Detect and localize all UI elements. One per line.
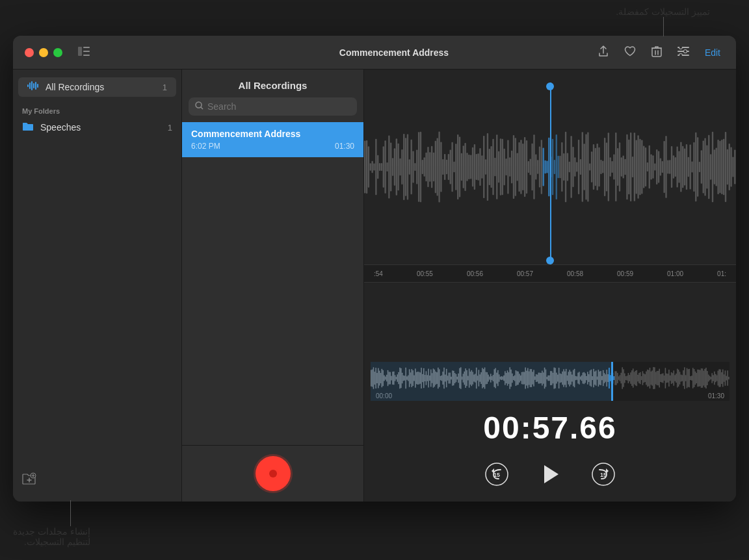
sidebar-item-speeches[interactable]: Speeches 1 <box>13 118 181 137</box>
svg-rect-203 <box>690 144 691 189</box>
svg-rect-156 <box>602 160 603 173</box>
svg-rect-490 <box>684 367 685 388</box>
skip-back-button[interactable]: 15 <box>484 461 510 487</box>
playback-controls: 15 15 <box>364 452 736 502</box>
svg-rect-466 <box>655 372 657 384</box>
ruler-label-2: 00:56 <box>467 270 483 277</box>
options-button[interactable] <box>675 44 692 61</box>
svg-rect-112 <box>520 140 521 194</box>
svg-rect-450 <box>636 370 637 387</box>
svg-rect-494 <box>689 369 690 387</box>
ruler-label-5: 00:59 <box>617 270 633 277</box>
svg-rect-190 <box>665 136 666 197</box>
svg-rect-189 <box>663 141 664 193</box>
svg-rect-448 <box>634 372 635 384</box>
svg-rect-91 <box>481 155 482 179</box>
svg-rect-13 <box>27 84 29 87</box>
svg-rect-438 <box>622 367 623 389</box>
sidebar-item-all-recordings[interactable]: All Recordings 1 <box>18 77 176 97</box>
search-input[interactable] <box>207 101 350 112</box>
recording-time: 6:02 PM <box>191 142 220 151</box>
svg-point-27 <box>269 470 277 477</box>
svg-rect-14 <box>29 83 31 89</box>
delete-button[interactable] <box>649 43 664 62</box>
svg-rect-485 <box>678 370 679 387</box>
svg-rect-500 <box>696 373 697 383</box>
play-button[interactable] <box>536 460 564 489</box>
svg-rect-161 <box>611 161 612 173</box>
svg-rect-70 <box>442 159 443 175</box>
svg-rect-73 <box>448 154 449 180</box>
svg-rect-194 <box>673 155 674 179</box>
svg-rect-214 <box>710 154 711 179</box>
waveform-main: // This will be rendered via inline gene… <box>364 70 736 359</box>
svg-rect-446 <box>631 370 633 386</box>
svg-rect-182 <box>650 155 651 180</box>
svg-rect-150 <box>591 151 592 183</box>
svg-rect-102 <box>502 139 503 196</box>
svg-rect-213 <box>708 135 709 199</box>
svg-rect-43 <box>392 158 393 175</box>
recording-list-item[interactable]: Commencement Address 6:02 PM 01:30 <box>182 122 363 157</box>
svg-rect-96 <box>490 146 492 188</box>
svg-line-25 <box>201 107 204 110</box>
detail-panel: // This will be rendered via inline gene… <box>364 70 736 502</box>
svg-rect-441 <box>625 376 627 380</box>
svg-rect-125 <box>544 160 545 174</box>
svg-rect-477 <box>668 370 670 387</box>
minimize-button[interactable] <box>39 48 48 57</box>
svg-rect-80 <box>461 153 462 181</box>
svg-rect-3 <box>83 55 90 56</box>
maximize-button[interactable] <box>53 48 62 57</box>
svg-rect-151 <box>593 144 594 190</box>
svg-rect-197 <box>678 151 679 183</box>
svg-rect-157 <box>604 138 605 196</box>
svg-rect-107 <box>511 151 512 183</box>
svg-rect-489 <box>683 370 684 386</box>
close-button[interactable] <box>25 48 34 57</box>
svg-rect-48 <box>401 149 402 185</box>
edit-button[interactable]: Edit <box>702 45 723 60</box>
svg-rect-130 <box>554 160 555 174</box>
svg-rect-163 <box>615 133 616 201</box>
svg-rect-504 <box>701 368 702 388</box>
sidebar-toggle-button[interactable] <box>75 44 92 61</box>
svg-rect-225 <box>730 147 731 186</box>
svg-rect-465 <box>654 367 655 389</box>
svg-rect-512 <box>711 377 712 379</box>
svg-rect-133 <box>559 156 560 179</box>
svg-rect-186 <box>658 151 659 183</box>
svg-rect-173 <box>634 133 635 201</box>
sidebar: All Recordings 1 My Folders Speeches 1 <box>13 70 182 502</box>
speeches-label: Speeches <box>40 122 168 133</box>
svg-rect-143 <box>578 140 579 194</box>
search-bar[interactable] <box>189 97 357 116</box>
svg-rect-518 <box>718 370 719 385</box>
svg-rect-198 <box>680 142 681 192</box>
new-folder-button[interactable] <box>22 472 36 489</box>
record-button[interactable] <box>256 456 291 491</box>
svg-rect-510 <box>708 375 709 382</box>
svg-rect-447 <box>633 368 634 388</box>
svg-rect-134 <box>561 142 562 192</box>
svg-rect-101 <box>500 138 501 195</box>
svg-rect-124 <box>543 148 544 186</box>
favorite-button[interactable] <box>622 44 638 62</box>
svg-rect-60 <box>424 157 425 177</box>
svg-rect-141 <box>574 157 575 177</box>
share-button[interactable] <box>596 43 611 62</box>
svg-rect-491 <box>685 375 687 381</box>
svg-rect-172 <box>632 157 633 177</box>
svg-rect-59 <box>422 160 423 174</box>
svg-rect-526 <box>727 370 728 386</box>
skip-forward-button[interactable]: 15 <box>590 461 616 487</box>
svg-rect-503 <box>700 370 701 387</box>
svg-rect-517 <box>716 375 718 381</box>
svg-rect-129 <box>552 139 553 195</box>
svg-rect-177 <box>641 140 642 194</box>
svg-rect-103 <box>504 149 505 185</box>
svg-rect-63 <box>429 152 430 182</box>
playhead-bottom <box>546 257 554 264</box>
overview-progress <box>371 362 611 401</box>
svg-rect-478 <box>670 375 671 381</box>
